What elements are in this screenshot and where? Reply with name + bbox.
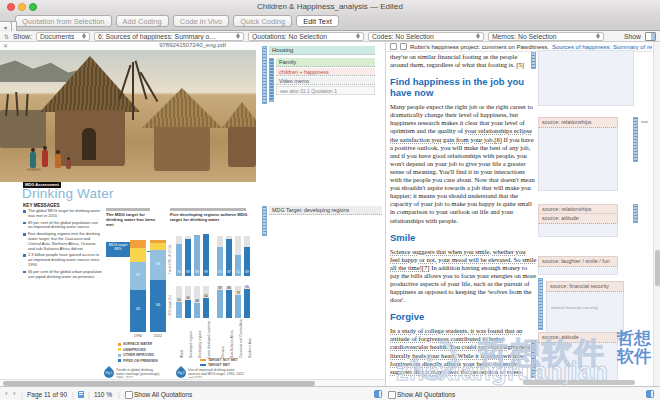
panel-toggle-icon[interactable] (374, 390, 382, 398)
code-flag-housing[interactable]: Housing (269, 46, 375, 55)
source-box[interactable]: source: attitude (538, 332, 618, 384)
region-label: Developing regions (198, 331, 202, 358)
key-message: 66 per cent of the global urban populati… (23, 270, 102, 280)
bar-value: 64 (202, 294, 210, 298)
bar-value: 98 (193, 270, 201, 274)
quotation-bar[interactable] (633, 204, 638, 223)
codes-dropdown[interactable]: Codes: No Selection (368, 32, 484, 41)
bar-value: 51 (234, 270, 242, 274)
photo-wall (0, 110, 46, 148)
figure-2: Five developing regions achieve MDG targ… (170, 208, 256, 378)
code-flag-mdg-target[interactable]: MDG Target: developing regions (269, 206, 382, 215)
source-box[interactable]: source: relationships (538, 117, 618, 191)
photo-person (55, 154, 61, 168)
watermark-cn-blue: 哲想软件 (617, 330, 657, 366)
prev-page-button[interactable]: ‹ (5, 389, 8, 398)
scrollbar-thumb[interactable] (655, 250, 660, 286)
bar-value: 48 (193, 299, 201, 303)
quotation-bar[interactable] (262, 206, 267, 236)
code-flag-children-happiness[interactable]: children + happiness (276, 68, 375, 76)
photo-hut (154, 127, 210, 171)
bar-value: 69 (243, 270, 251, 274)
legend-label: OTHER IMPROVED (123, 353, 154, 357)
quotation-bar[interactable] (269, 58, 274, 102)
figure-2-axis2: 2015 target (%) (168, 295, 172, 316)
quotation-bar[interactable] (531, 52, 536, 69)
window-title: Children & Happiness_analysis — Edited (0, 2, 660, 11)
quotation-from-selection-button[interactable]: Quotation from Selection (15, 15, 112, 27)
photo-person (30, 152, 36, 168)
hyperlink-flag[interactable]: see also 31:1 Quotation 1 (276, 86, 375, 95)
region-label: Sub-Saharan Africa (230, 330, 234, 358)
bar-value: 89 (184, 270, 192, 274)
region-label: Oceania (221, 346, 225, 358)
right-doc-title: Rubin's happiness project: comment on Pa… (410, 44, 549, 50)
quick-coding-button[interactable]: Quick Coding (233, 15, 292, 27)
status-bar: ‹ › | Page 11 of 90 | | 110 % | Show All… (0, 386, 660, 400)
stacked-bar-1990: 31 45 (130, 240, 146, 332)
source-box[interactable]: source: laughter / smile / fun (538, 256, 618, 275)
memo-preview-box[interactable] (538, 50, 634, 106)
quotation-bar[interactable] (531, 340, 536, 378)
report-title: Drinking Water (22, 186, 114, 201)
bar (176, 302, 182, 318)
water-drop-icon: Fig 2 (174, 366, 188, 378)
zoom-level[interactable]: 110 % (94, 391, 112, 398)
quotation-bar[interactable] (538, 278, 543, 330)
key-message: 2.3 billion people have gained access to… (23, 253, 102, 267)
key-message: 89 per cent of the global population use… (23, 221, 102, 231)
sort-icon[interactable]: ⇅ (4, 33, 9, 40)
quotations-dropdown[interactable]: Quotations: No Selection (248, 32, 364, 41)
bar-value: 91 (243, 285, 251, 289)
region-label: Least developed countries (207, 321, 211, 358)
panel-divider[interactable] (385, 42, 386, 386)
show-all-quotations-checkbox-right[interactable] (388, 391, 396, 399)
panel-toggle-icon[interactable] (646, 390, 654, 398)
show-all-quotations-label-right[interactable]: Show All Quotations (397, 391, 455, 398)
section-heading: Forgive (390, 311, 537, 322)
show-panel-label[interactable]: Show (624, 33, 641, 40)
paragraph-text: In a study of college students, it was f… (390, 327, 530, 374)
source-box-header: source: financial security (546, 281, 624, 292)
figure-1-heading: The MDG target for drinking water has be… (106, 212, 160, 228)
side-panel-icon[interactable] (645, 32, 656, 41)
memo-flag-video[interactable]: Video memo (276, 77, 375, 85)
document-selector-dropdown[interactable]: 6: Sources of happiness: Summary o… (94, 32, 244, 41)
quotation-bar[interactable] (262, 46, 267, 104)
right-doc-link[interactable]: Sources of happiness: Summary of researc… (552, 44, 652, 50)
window-icon[interactable] (390, 43, 397, 50)
figure-2-axis1: Trend 1990–2012 (%) (168, 245, 172, 274)
chevron-updown-icon (596, 32, 601, 40)
legend-label: TARGET NOT MET (208, 358, 238, 362)
right-horizontal-scrollbar-thumb[interactable] (523, 380, 635, 385)
code-flag-family[interactable]: Family (276, 58, 375, 67)
document-photo[interactable] (0, 50, 256, 182)
source-box-body (538, 224, 618, 237)
documents-dropdown[interactable]: Documents (36, 32, 90, 41)
vertical-scrollbar[interactable] (653, 42, 660, 386)
show-all-quotations-label[interactable]: Show All Quotations (134, 391, 192, 398)
legend-label: TARGET MET (208, 363, 230, 367)
quotation-bar[interactable] (633, 117, 638, 162)
code-in-vivo-button[interactable]: Code in Vivo (173, 15, 229, 27)
source-box[interactable]: source: attitude (538, 213, 618, 237)
edit-text-button[interactable]: Edit Text (296, 15, 339, 27)
source-box-body (538, 343, 618, 384)
add-coding-button[interactable]: Add Coding (116, 15, 169, 27)
memos-dropdown[interactable]: Memos: No Selection (488, 32, 604, 41)
pdf-page[interactable]: MDG Assessment Drinking Water KEY MESSAG… (0, 182, 256, 378)
right-doc-text[interactable]: they're on similar financial footing as … (390, 53, 537, 378)
next-page-button[interactable]: › (13, 389, 16, 398)
segment-piped (130, 290, 146, 332)
window-icon[interactable] (400, 43, 407, 50)
source-box-header: source: attitude (538, 213, 618, 224)
segment-surface-water (130, 240, 146, 248)
app-window: Children & Happiness_analysis — Edited +… (0, 0, 660, 400)
show-all-quotations-checkbox[interactable] (125, 391, 133, 399)
bar (226, 290, 232, 318)
chevron-updown-icon (82, 32, 87, 40)
thumbnails-icon[interactable] (78, 391, 84, 398)
bar (194, 303, 200, 318)
legend-label: UNIMPROVED (123, 348, 146, 352)
scrollbar-thumb[interactable] (3, 381, 315, 386)
